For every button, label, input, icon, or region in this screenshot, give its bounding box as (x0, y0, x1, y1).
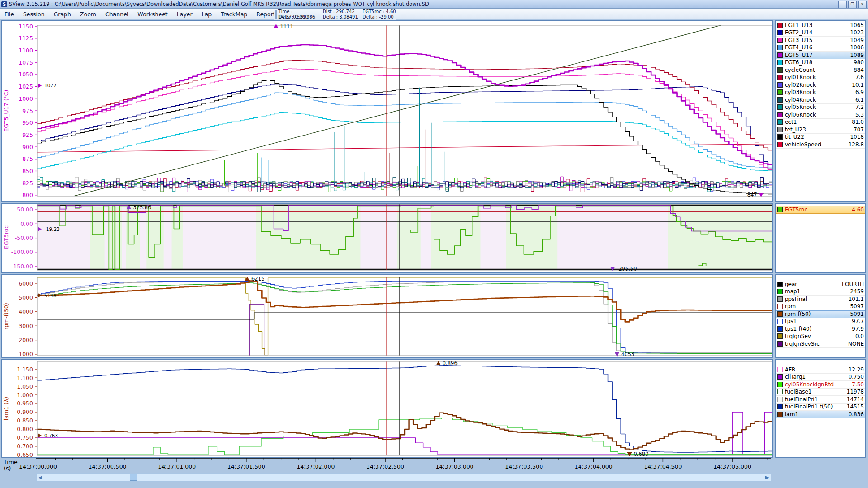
menu-layer[interactable]: Layer (172, 9, 197, 19)
channel-value: 1023 (850, 29, 864, 36)
chart-panel-3[interactable]: 600050004000300020001000rpm-f(50)6215405… (1, 274, 773, 358)
channel-name: tet_U23 (785, 127, 854, 133)
svg-text:1.050: 1.050 (17, 383, 33, 390)
channel-row-trqIgnSevSrc[interactable]: trqIgnSevSrcNONE (776, 340, 865, 348)
channel-row-map1[interactable]: map12459 (776, 288, 865, 296)
svg-text:4000: 4000 (19, 308, 33, 315)
minimize-button[interactable]: _ (838, 1, 847, 8)
channel-row-EGT5roc[interactable]: EGT5roc4.60 (776, 206, 865, 214)
channel-row-cyl01Knock[interactable]: cyl01Knock7.6 (776, 74, 865, 82)
channel-row-EGT6_U18[interactable]: EGT6_U18980 (776, 59, 865, 67)
time-axis-label: Time(s) (4, 459, 18, 472)
status-delta-time: Delta : 0:00.086 (278, 14, 323, 20)
channel-row-cyl03Knock[interactable]: cyl03Knock6.9 (776, 89, 865, 97)
channel-value: 1089 (850, 52, 864, 58)
channel-row-fuelFinalPri1[interactable]: fuelFinalPri114714 (776, 396, 865, 404)
channel-row-cyl02Knock[interactable]: cyl02Knock10.1 (776, 81, 865, 89)
cursor-value-label: 0.763 (44, 433, 58, 438)
channel-row-cycleCount[interactable]: cycleCount884 (776, 66, 865, 74)
menu-channel[interactable]: Channel (101, 9, 133, 19)
channel-row-gear[interactable]: gearFOURTH (776, 281, 865, 288)
channel-row-tet_U23[interactable]: tet_U23707 (776, 126, 865, 134)
channel-color-swatch (777, 404, 783, 409)
channel-name: fuelFinalPri1-f(50) (785, 404, 847, 410)
channel-row-tps1[interactable]: tps197.7 (776, 318, 865, 326)
time-tick-label: 14:37:00.500 (89, 463, 127, 470)
time-tick-label: 14:37:05.000 (713, 463, 751, 470)
menu-file[interactable]: File (0, 9, 19, 19)
svg-text:0.900: 0.900 (17, 408, 33, 415)
channel-row-rpm-f(50)[interactable]: rpm-f(50)5091 (776, 310, 865, 318)
channel-value: 81.0 (852, 119, 864, 125)
channel-row-fuelFinalPri1-f(50)[interactable]: fuelFinalPri1-f(50)14515 (776, 404, 865, 411)
horizontal-scrollbar[interactable]: ◀ ▶ (36, 473, 771, 482)
scrollbar-thumb[interactable] (130, 474, 137, 481)
channel-value: 1065 (850, 22, 864, 28)
menu-trackmap[interactable]: TrackMap (216, 9, 252, 19)
scroll-left-icon[interactable]: ◀ (38, 474, 42, 481)
channel-row-ppsFinal[interactable]: ppsFinal101.1 (776, 296, 865, 303)
chart-panel-1[interactable]: 1150112511001075105010251000975950925900… (1, 20, 773, 202)
channel-row-cyl06Knock[interactable]: cyl06Knock5.3 (776, 111, 865, 119)
channel-row-trqIgnSev[interactable]: trqIgnSev0.0 (776, 333, 865, 341)
chart-panel-4[interactable]: 1.1501.1001.0501.0000.9500.9000.8500.800… (1, 359, 773, 458)
channel-name: map1 (785, 288, 850, 295)
time-tick-label: 14:37:02.000 (297, 463, 335, 470)
menu-session[interactable]: Session (19, 9, 49, 19)
svg-text:850: 850 (22, 168, 33, 174)
channel-row-lam1[interactable]: lam10.836 (776, 411, 865, 418)
channel-row-fuelBase1[interactable]: fuelBase111978 (776, 389, 865, 396)
channel-row-vehicleSpeed[interactable]: vehicleSpeed128.8 (776, 141, 865, 149)
close-button[interactable]: ✕ (858, 1, 867, 8)
svg-text:-150.00: -150.00 (11, 263, 33, 270)
channel-row-cyl05Knock[interactable]: cyl05Knock7.2 (776, 104, 865, 112)
channel-row-AFR[interactable]: AFR12.29 (776, 366, 865, 374)
channel-row-cyl04Knock[interactable]: cyl04Knock6.1 (776, 96, 865, 104)
channel-value: 7.6 (855, 74, 864, 80)
channel-value: 0.0 (855, 333, 864, 339)
channel-color-swatch (777, 367, 783, 372)
channel-color-swatch (777, 30, 783, 35)
chart-panel-2[interactable]: 50.000.00-50.00-100.00-150.00EGT5roc375.… (1, 203, 773, 273)
channel-row-cyl05KnockIgnRtd[interactable]: cyl05KnockIgnRtd7.50 (776, 381, 865, 389)
channel-row-EGT4_U16[interactable]: EGT4_U161006 (776, 44, 865, 52)
y-axis-label-1: EGT5_U17 (°C) (3, 90, 9, 132)
channel-name: cyl05Knock (785, 104, 855, 110)
channel-row-rpm[interactable]: rpm5097 (776, 303, 865, 311)
channel-value: 7.2 (855, 104, 864, 110)
restore-button[interactable]: ❐ (848, 1, 857, 8)
channel-row-EGT5_U17[interactable]: EGT5_U171089 (776, 52, 865, 59)
channel-color-swatch (777, 23, 783, 28)
channel-name: EGT2_U14 (785, 29, 850, 36)
menu-graph[interactable]: Graph (49, 9, 75, 19)
channel-row-EGT2_U14[interactable]: EGT2_U141023 (776, 29, 865, 37)
cursor-value-label: 5148 (44, 293, 57, 298)
channel-name: ect1 (785, 119, 852, 125)
channel-color-swatch (777, 333, 783, 339)
channel-color-swatch (777, 134, 783, 140)
channel-row-cllTarg1[interactable]: cllTarg10.750 (776, 374, 865, 381)
channel-name: fuelFinalPri1 (785, 396, 847, 403)
channel-color-swatch (777, 75, 783, 80)
status-dist: Dist : 290.742 (323, 9, 363, 14)
max-marker-label: 1111 (280, 23, 293, 29)
channel-name: trqIgnSevSrc (785, 341, 848, 347)
channel-name: vehicleSpeed (785, 141, 849, 148)
channel-row-tps1-f(40)[interactable]: tps1-f(40)97.9 (776, 325, 865, 333)
menu-lap[interactable]: Lap (197, 9, 217, 19)
channel-name: cyl04Knock (785, 97, 855, 103)
menu-zoom[interactable]: Zoom (75, 9, 101, 19)
scroll-right-icon[interactable]: ▶ (765, 474, 769, 481)
menu-worksheet[interactable]: Worksheet (133, 9, 172, 19)
channel-name: tit_U22 (785, 134, 850, 140)
channel-row-ect1[interactable]: ect181.0 (776, 119, 865, 127)
svg-text:900: 900 (22, 144, 33, 150)
channel-value: FOURTH (842, 281, 864, 287)
channel-row-EGT3_U15[interactable]: EGT3_U151049 (776, 37, 865, 44)
max-marker-label: 375.86 (133, 204, 151, 211)
channel-name: rpm (785, 303, 850, 310)
channel-row-tit_U22[interactable]: tit_U221018 (776, 134, 865, 141)
channel-row-EGT1_U13[interactable]: EGT1_U131065 (776, 22, 865, 29)
svg-text:1.150: 1.150 (17, 366, 33, 373)
y-axis-label-3: rpm-f(50) (3, 303, 9, 330)
